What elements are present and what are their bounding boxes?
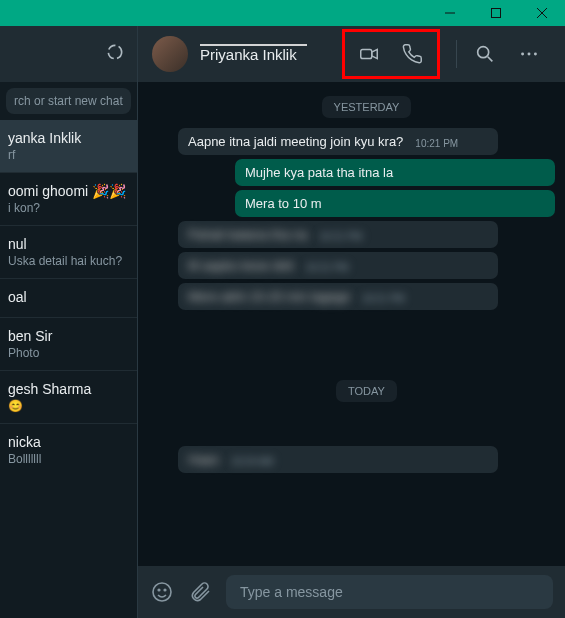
chat-preview: Bolllllll <box>8 452 129 466</box>
chat-preview: i kon? <box>8 201 129 215</box>
svg-point-8 <box>521 53 524 56</box>
chat-list-item[interactable]: gesh Sharma 😊 <box>0 370 137 423</box>
chat-pane: Priyanka Inklik <box>138 26 565 618</box>
chat-preview: Photo <box>8 346 129 360</box>
message-incoming[interactable]: Pahali batana tha na 10:21 PM <box>178 221 498 248</box>
chat-name: oomi ghoomi 🎉🎉 <box>8 183 129 199</box>
chat-list: yanka Inklik rf oomi ghoomi 🎉🎉 i kon? nu… <box>0 120 137 618</box>
menu-button[interactable] <box>507 34 551 74</box>
message-time: 10:21 PM <box>306 262 349 273</box>
date-separator: TODAY <box>336 380 397 402</box>
chat-name: gesh Sharma <box>8 381 129 397</box>
message-input[interactable]: Type a message <box>226 575 553 609</box>
message-text: Pahali batana tha na <box>188 227 315 242</box>
chat-preview: 😊 <box>8 399 129 413</box>
chat-name: oal <box>8 289 129 305</box>
svg-point-13 <box>164 589 166 591</box>
message-time: 10:21 PM <box>362 293 405 304</box>
chat-name: nul <box>8 236 129 252</box>
window-titlebar <box>0 0 565 26</box>
window-maximize-button[interactable] <box>473 0 519 26</box>
message-text: Mera to 10 m <box>245 196 330 211</box>
svg-point-6 <box>478 47 489 58</box>
svg-point-12 <box>158 589 160 591</box>
svg-line-7 <box>488 57 493 62</box>
chat-preview: Uska detail hai kuch? <box>8 254 129 268</box>
emoji-icon[interactable] <box>150 580 174 604</box>
separator <box>456 40 457 68</box>
status-icon[interactable] <box>105 42 125 66</box>
contact-name[interactable]: Priyanka Inklik <box>200 46 297 63</box>
search-in-chat-button[interactable] <box>463 34 507 74</box>
message-outgoing[interactable]: Mujhe kya pata tha itna la <box>235 159 555 186</box>
chat-preview: rf <box>8 148 129 162</box>
composer: Type a message <box>138 566 565 618</box>
window-close-button[interactable] <box>519 0 565 26</box>
avatar[interactable] <box>152 36 188 72</box>
svg-point-11 <box>153 583 171 601</box>
chat-list-item[interactable]: nicka Bolllllll <box>0 423 137 476</box>
message-time: 10:21 PM <box>415 138 458 149</box>
chat-list-item[interactable]: oal <box>0 278 137 317</box>
sidebar: rch or start new chat yanka Inklik rf oo… <box>0 26 138 618</box>
chat-list-item[interactable]: nul Uska detail hai kuch? <box>0 225 137 278</box>
message-text: Haan <box>188 452 227 467</box>
messages-area[interactable]: YESTERDAY Aapne itna jaldi meeting join … <box>138 82 565 566</box>
message-incoming[interactable]: Mere abhi 15-20 min lagege 10:21 PM <box>178 283 498 310</box>
svg-rect-1 <box>492 9 501 18</box>
sidebar-header <box>0 26 137 82</box>
message-text: M aapko kese deti <box>188 258 302 273</box>
message-time: 10:24 AM <box>231 456 273 467</box>
svg-point-4 <box>108 45 121 58</box>
message-outgoing[interactable]: Mera to 10 m <box>235 190 555 217</box>
svg-point-10 <box>534 53 537 56</box>
message-text: Aapne itna jaldi meeting join kyu kra? <box>188 134 411 149</box>
message-incoming[interactable]: Haan 10:24 AM <box>178 446 498 473</box>
chat-name: ben Sir <box>8 328 129 344</box>
chat-list-item[interactable]: yanka Inklik rf <box>0 120 137 172</box>
svg-rect-5 <box>361 49 372 58</box>
message-text: Mere abhi 15-20 min lagege <box>188 289 358 304</box>
svg-point-9 <box>528 53 531 56</box>
voice-call-button[interactable] <box>391 34 435 74</box>
annotation-highlight <box>342 29 440 79</box>
search-input[interactable]: rch or start new chat <box>6 88 131 114</box>
message-time: 10:21 PM <box>319 231 362 242</box>
attach-icon[interactable] <box>188 580 212 604</box>
message-incoming[interactable]: M aapko kese deti 10:21 PM <box>178 252 498 279</box>
window-minimize-button[interactable] <box>427 0 473 26</box>
message-text: Mujhe kya pata tha itna la <box>245 165 401 180</box>
chat-name: yanka Inklik <box>8 130 129 146</box>
message-incoming[interactable]: Aapne itna jaldi meeting join kyu kra? 1… <box>178 128 498 155</box>
chat-list-item[interactable]: oomi ghoomi 🎉🎉 i kon? <box>0 172 137 225</box>
video-call-button[interactable] <box>347 34 391 74</box>
date-separator: YESTERDAY <box>322 96 412 118</box>
chat-header: Priyanka Inklik <box>138 26 565 82</box>
chat-list-item[interactable]: ben Sir Photo <box>0 317 137 370</box>
chat-name: nicka <box>8 434 129 450</box>
